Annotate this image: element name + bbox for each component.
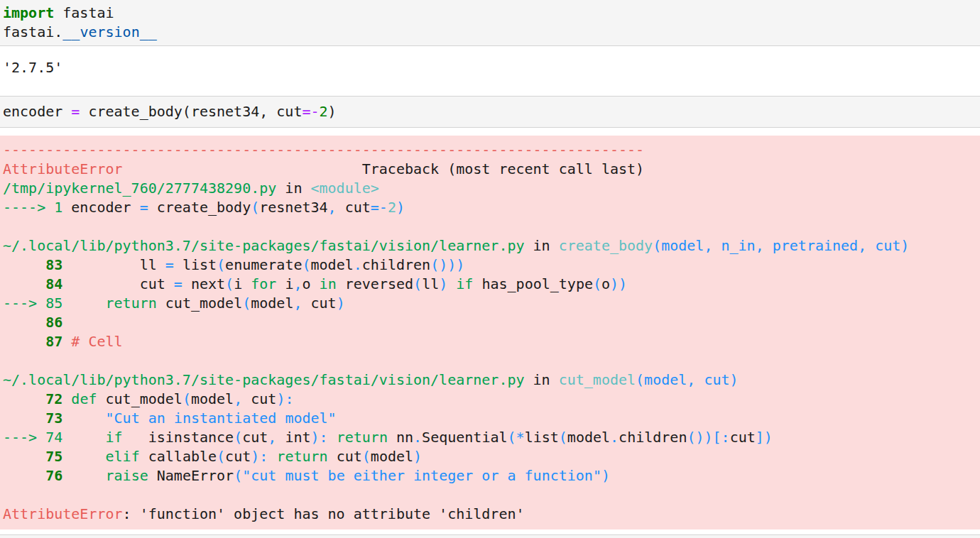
next-cell-edge[interactable]	[0, 534, 980, 538]
code-line: 73 "Cut an instantiated model"	[3, 409, 977, 428]
code-line: import fastai	[3, 4, 977, 23]
code-line: encoder = create_body(resnet34, cut=-2)	[3, 102, 977, 121]
code-line: 86	[3, 313, 977, 332]
output-text: '2.7.5'	[3, 58, 977, 77]
code-line: ----> 1 encoder = create_body(resnet34, …	[3, 198, 977, 217]
error-traceback-output: ----------------------------------------…	[0, 136, 980, 529]
code-line	[3, 217, 977, 236]
code-line: /tmp/ipykernel_760/2777438290.py in <mod…	[3, 179, 977, 198]
code-line: 75 elif callable(cut): return cut(model)	[3, 447, 977, 466]
code-line: ~/.local/lib/python3.7/site-packages/fas…	[3, 370, 977, 390]
code-line	[3, 351, 977, 370]
code-line: ---> 85 return cut_model(model, cut)	[3, 294, 977, 313]
code-line: 87 # Cell	[3, 332, 977, 351]
code-cell-input-1[interactable]: import fastaifastai.__version__	[0, 0, 980, 46]
code-line: 72 def cut_model(model, cut):	[3, 390, 977, 409]
code-line: 83 ll = list(enumerate(model.children())…	[3, 256, 977, 275]
code-line: ~/.local/lib/python3.7/site-packages/fas…	[3, 236, 977, 256]
notebook: import fastaifastai.__version__ '2.7.5' …	[0, 0, 980, 538]
cell-gap	[0, 529, 980, 534]
code-line: 84 cut = next(i for i,o in reversed(ll) …	[3, 275, 977, 294]
code-line: fastai.__version__	[3, 23, 977, 42]
output-area-1: '2.7.5'	[0, 46, 980, 96]
code-line: ---> 74 if isinstance(cut, int): return …	[3, 428, 977, 447]
code-line: AttributeError: 'function' object has no…	[3, 505, 977, 524]
cell-gap	[0, 128, 980, 136]
code-line	[3, 485, 977, 505]
code-line: AttributeError Traceback (most recent ca…	[3, 160, 977, 179]
code-line: 76 raise NameError("cut must be either i…	[3, 466, 977, 485]
code-cell-input-2[interactable]: encoder = create_body(resnet34, cut=-2)	[0, 96, 980, 128]
code-line: ----------------------------------------…	[3, 141, 977, 160]
